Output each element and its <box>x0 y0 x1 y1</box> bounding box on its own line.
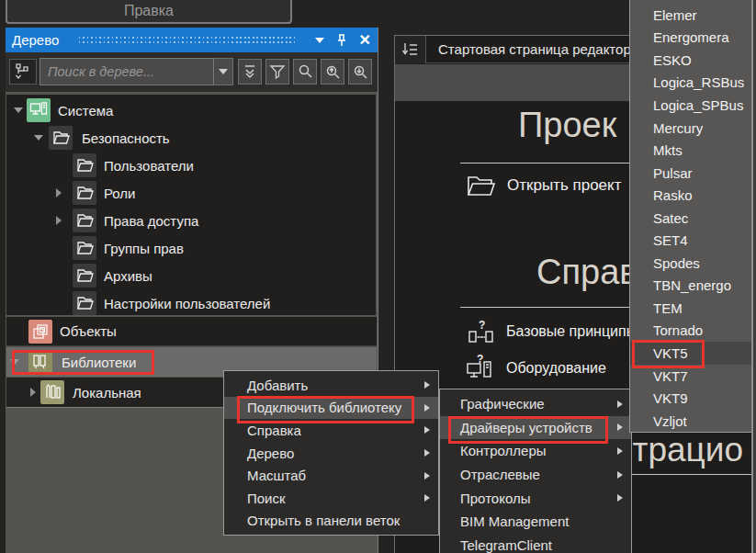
objects-icon <box>28 320 52 344</box>
driver-item[interactable]: VKT7 <box>630 365 756 388</box>
tree-panel-titlebar[interactable]: Дерево ✕ <box>6 28 378 52</box>
tree-item-objects[interactable]: Объекты <box>6 317 377 345</box>
close-icon[interactable]: ✕ <box>359 33 371 48</box>
tree-view: Система Безопасность Пользователи <box>6 94 377 316</box>
menu-item-label: Дерево <box>247 446 424 461</box>
folder-icon <box>73 209 96 232</box>
expander-icon[interactable] <box>14 107 23 113</box>
tree-item-security[interactable]: Безопасность <box>6 124 376 152</box>
driver-item[interactable]: SET4 <box>630 229 756 252</box>
tree-item-archives[interactable]: Архивы <box>6 262 376 289</box>
menu-item-label: TBN_energo <box>653 277 756 293</box>
submenu-arrow-icon <box>617 423 623 431</box>
expander-icon[interactable] <box>34 135 43 141</box>
driver-item[interactable]: Vzljot <box>630 410 756 433</box>
driver-item[interactable]: Mkts <box>630 139 756 162</box>
folder-icon <box>73 291 96 315</box>
library-icon <box>28 350 52 374</box>
search-down-button[interactable] <box>348 59 372 85</box>
basics-help-icon: ? <box>468 319 495 344</box>
driver-item[interactable]: Tornado <box>630 320 756 343</box>
menu-item-label: Графические <box>460 396 617 412</box>
expander-icon[interactable] <box>56 188 62 198</box>
pin-button[interactable] <box>335 33 348 47</box>
driver-item[interactable]: Spodes <box>630 252 756 275</box>
tree-item-user-settings[interactable]: Настройки пользователей <box>6 289 376 317</box>
submenu-item[interactable]: Протоколы <box>440 486 631 510</box>
tree-item-label: Архивы <box>104 268 152 284</box>
context-menu-item[interactable]: Поиск <box>224 487 438 510</box>
context-menu-item[interactable]: Открыть в панели веток <box>224 510 438 533</box>
menu-item-label: Справка <box>247 423 424 438</box>
tree-item-rights-groups[interactable]: Группы прав <box>6 234 376 262</box>
tree-mode-button[interactable] <box>9 59 37 85</box>
context-menu-item[interactable]: Масштаб <box>224 464 438 487</box>
driver-item[interactable]: VKT5 <box>630 342 756 365</box>
menu-item-label: Драйверы устройств <box>460 420 617 435</box>
expander-icon[interactable] <box>30 388 36 397</box>
context-menu-item[interactable]: Подключить библиотеку <box>224 397 438 420</box>
driver-item[interactable]: Rasko <box>630 184 756 207</box>
context-menu-item[interactable]: Добавить <box>224 374 438 397</box>
menu-item-label: Satec <box>653 210 756 226</box>
driver-item[interactable]: Mercury <box>630 117 756 140</box>
device-drivers-menu: Elemer Energomera ESKO Logica_RSBus Logi… <box>629 0 756 433</box>
expander-icon[interactable] <box>56 216 62 225</box>
tab-start-page[interactable]: Стартовая страница редактора <box>438 36 638 63</box>
submenu-item[interactable]: Графические <box>440 392 631 416</box>
folder-icon <box>73 236 96 260</box>
projects-heading: Проек <box>518 106 616 145</box>
submenu-arrow-icon <box>424 472 430 480</box>
search-button[interactable] <box>293 59 317 85</box>
driver-item[interactable]: TEM <box>630 297 756 320</box>
collapse-all-button[interactable] <box>238 59 262 85</box>
tree-item-roles[interactable]: Роли <box>6 179 376 207</box>
search-input[interactable]: Поиск в дереве... <box>39 58 214 85</box>
driver-item[interactable]: Energomera <box>630 27 756 50</box>
tree-item-system[interactable]: Система <box>6 96 376 124</box>
filter-icon <box>269 63 286 80</box>
menu-item-label: Контроллеры <box>460 443 617 458</box>
menu-item-label: VKT7 <box>653 368 756 384</box>
submenu-arrow-icon <box>617 494 623 502</box>
open-project-label: Открыть проект <box>507 176 621 195</box>
submenu-item[interactable]: Контроллеры <box>440 439 631 463</box>
menu-item-label: TEM <box>653 300 756 316</box>
context-menu-item[interactable]: Справка <box>224 419 438 442</box>
search-up-button[interactable] <box>321 59 344 85</box>
driver-item[interactable]: ESKO <box>630 49 756 72</box>
driver-item[interactable]: VKT9 <box>630 387 756 410</box>
menu-item-label: SET4 <box>653 232 756 248</box>
submenu-item[interactable]: Отраслевые <box>440 463 631 487</box>
local-library-icon <box>40 380 64 404</box>
expander-icon[interactable] <box>10 359 19 365</box>
submenu-arrow-icon <box>617 471 623 479</box>
driver-item[interactable]: Pulsar <box>630 162 756 185</box>
menu-item-label: Добавить <box>247 378 424 393</box>
submenu-item[interactable]: Драйверы устройств <box>440 416 631 440</box>
driver-item[interactable]: Satec <box>630 207 756 230</box>
folder-icon <box>73 264 96 288</box>
pin-icon <box>335 33 348 47</box>
basics-link[interactable]: ? Базовые принципы <box>468 319 637 344</box>
context-menu-item[interactable]: Дерево <box>224 442 438 465</box>
tree-item-access-rights[interactable]: Права доступа <box>6 207 376 234</box>
menu-item-label: Отраслевые <box>460 467 617 482</box>
driver-item[interactable]: Logica_RSBus <box>630 72 756 95</box>
menu-item-label: VKT9 <box>653 390 756 406</box>
menu-item-label: Поиск <box>247 491 424 506</box>
tree-item-users[interactable]: Пользователи <box>6 152 376 179</box>
driver-item[interactable]: Elemer <box>630 4 756 27</box>
svg-text:?: ? <box>479 319 485 332</box>
search-dropdown-button[interactable] <box>214 58 233 85</box>
submenu-item[interactable]: BIM Management <box>440 510 631 534</box>
tab-list-button[interactable] <box>395 36 426 63</box>
menu-item-label: Протоколы <box>460 491 617 506</box>
submenu-item[interactable]: TelegramClient <box>440 534 631 553</box>
panel-menu-button[interactable] <box>315 38 324 43</box>
filter-button[interactable] <box>265 59 289 85</box>
driver-item[interactable]: Logica_SPBus <box>630 94 756 117</box>
drag-handle[interactable] <box>79 37 294 43</box>
driver-item[interactable]: TBN_energo <box>630 275 756 298</box>
edit-menu-button[interactable]: Правка <box>6 0 292 24</box>
